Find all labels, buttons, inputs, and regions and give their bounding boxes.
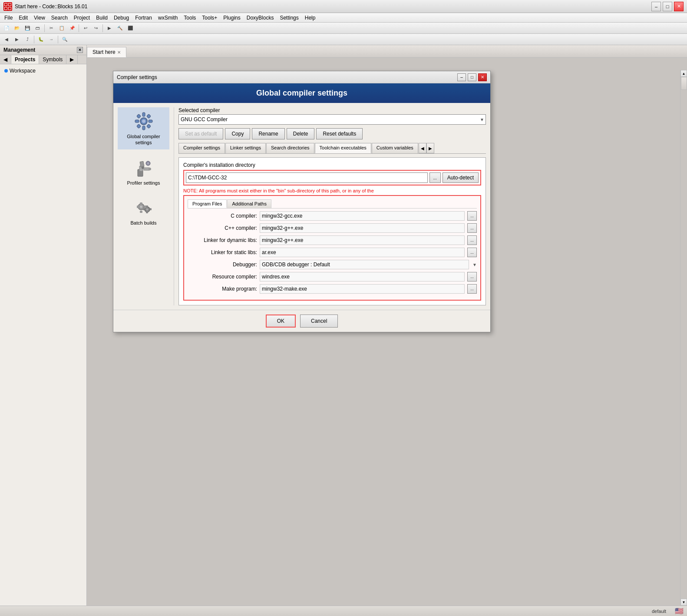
vertical-scrollbar[interactable]: ▲ ▼ (680, 70, 687, 606)
tb-stop[interactable]: ⬛ (126, 24, 135, 33)
scroll-thumb[interactable] (681, 77, 687, 90)
menu-fortran[interactable]: Fortran (132, 14, 155, 22)
linker-dynamic-browse-btn[interactable]: ... (467, 235, 477, 245)
svg-point-24 (149, 168, 151, 170)
tb2-forward[interactable]: ▶ (12, 35, 22, 44)
menu-doxyblocks[interactable]: DoxyBlocks (244, 14, 277, 22)
compiler-dropdown-wrapper: GNU GCC Compiler ▼ (178, 114, 486, 125)
menu-project[interactable]: Project (71, 14, 92, 22)
tab-search-directories[interactable]: Search directories (266, 143, 314, 153)
tb-open[interactable]: 📂 (12, 24, 22, 33)
program-subtabs: Program Files Additional Paths (188, 199, 477, 209)
maximize-button[interactable]: □ (663, 2, 672, 11)
dialog-maximize-btn[interactable]: □ (468, 73, 476, 81)
dialog-close-btn[interactable]: ✕ (478, 73, 487, 81)
installation-dir-input[interactable] (186, 172, 428, 183)
sidebar-close-button[interactable]: ✕ (77, 47, 83, 53)
menu-help[interactable]: Help (302, 14, 318, 22)
tb-copy[interactable]: 📋 (57, 24, 66, 33)
svg-rect-15 (136, 114, 141, 119)
tab-nav-right[interactable]: ▶ (426, 143, 434, 153)
tab-custom-variables[interactable]: Custom variables (372, 143, 418, 153)
tb2-debug[interactable]: 🐛 (36, 35, 46, 44)
resource-compiler-browse-btn[interactable]: ... (467, 272, 477, 282)
autodetect-button[interactable]: Auto-detect (443, 172, 479, 183)
programs-section: Program Files Additional Paths C compile… (183, 195, 481, 301)
close-button[interactable]: ✕ (674, 2, 684, 11)
menu-build[interactable]: Build (93, 14, 110, 22)
svg-point-28 (140, 205, 142, 208)
menu-plugins[interactable]: Plugins (221, 14, 243, 22)
tab-linker-settings[interactable]: Linker settings (225, 143, 266, 153)
menu-wxsmith[interactable]: wxSmith (155, 14, 180, 22)
workspace-item[interactable]: Workspace (3, 67, 84, 75)
ok-button[interactable]: OK (266, 315, 296, 328)
menu-file[interactable]: File (2, 14, 15, 22)
delete-button[interactable]: Delete (287, 128, 315, 139)
program-row-cpp-compiler: C++ compiler: mingw32-g++.exe ... (188, 223, 477, 233)
tb-new[interactable]: 📄 (2, 24, 11, 33)
minimize-button[interactable]: – (651, 2, 661, 11)
rename-button[interactable]: Rename (252, 128, 284, 139)
tb2-jump[interactable]: ⤴ (23, 35, 32, 44)
workspace-dot (4, 69, 8, 73)
tb-run[interactable]: ▶ (105, 24, 114, 33)
make-browse-btn[interactable]: ... (467, 284, 477, 294)
menu-tools[interactable]: Tools (181, 14, 198, 22)
svg-rect-5 (5, 3, 7, 6)
sidebar-back-btn[interactable]: ◀ (0, 55, 11, 64)
svg-rect-35 (146, 205, 148, 207)
app-icon (3, 2, 12, 11)
tb-saveall[interactable]: 🗃 (33, 24, 43, 33)
tab-close-btn[interactable]: ✕ (117, 50, 121, 55)
prog-tab-program-files[interactable]: Program Files (188, 199, 227, 208)
prog-tab-additional-paths[interactable]: Additional Paths (227, 199, 271, 208)
tb-undo[interactable]: ↩ (81, 24, 90, 33)
tb2-back[interactable]: ◀ (2, 35, 11, 44)
scroll-track (680, 77, 687, 599)
sidebar-forward-btn[interactable]: ▶ (66, 55, 78, 64)
reset-defaults-button[interactable]: Reset defaults (316, 128, 363, 139)
sidebar-tab-projects[interactable]: Projects (11, 55, 39, 64)
tb-cut[interactable]: ✂ (46, 24, 56, 33)
tb-build[interactable]: 🔨 (115, 24, 125, 33)
sidebar-header: Management ✕ (0, 45, 86, 55)
icon-item-batch-builds[interactable]: Batch builds (118, 194, 169, 229)
copy-button[interactable]: Copy (225, 128, 250, 139)
cancel-button[interactable]: Cancel (300, 315, 338, 328)
tb-save[interactable]: 💾 (23, 24, 32, 33)
compiler-dropdown[interactable]: GNU GCC Compiler (178, 114, 486, 125)
browse-button[interactable]: ... (429, 172, 441, 183)
tb-paste[interactable]: 📌 (67, 24, 77, 33)
menu-toolsplus[interactable]: Tools+ (199, 14, 220, 22)
icon-item-profiler[interactable]: Profiler settings (118, 154, 169, 189)
linker-static-browse-btn[interactable]: ... (467, 248, 477, 257)
linker-dynamic-label: Linker for dynamic libs: (188, 237, 257, 243)
svg-rect-18 (146, 124, 151, 129)
icon-item-global-compiler[interactable]: Global compiler settings (118, 107, 169, 149)
sidebar-tab-symbols[interactable]: Symbols (39, 55, 66, 64)
tb2-search[interactable]: 🔍 (60, 35, 69, 44)
debugger-select[interactable]: GDB/CDB debugger : Default (260, 260, 469, 269)
menu-debug[interactable]: Debug (111, 14, 132, 22)
resource-compiler-label: Resource compiler: (188, 274, 257, 280)
c-compiler-browse-btn[interactable]: ... (467, 211, 477, 221)
set-as-default-button[interactable]: Set as default (178, 128, 223, 139)
tb-redo[interactable]: ↪ (91, 24, 101, 33)
menu-view[interactable]: View (31, 14, 48, 22)
svg-point-10 (142, 119, 145, 123)
scroll-up-btn[interactable]: ▲ (680, 70, 687, 77)
tb2-step[interactable]: → (46, 35, 56, 44)
tab-toolchain-executables[interactable]: Toolchain executables (315, 143, 371, 153)
note-text: NOTE: All programs must exist either in … (183, 188, 481, 193)
menu-search[interactable]: Search (49, 14, 70, 22)
locale-icon: 🇺🇸 (675, 607, 684, 615)
tab-compiler-settings[interactable]: Compiler settings (178, 143, 225, 153)
menu-edit[interactable]: Edit (16, 14, 30, 22)
tab-nav-left[interactable]: ◀ (419, 143, 426, 153)
dialog-minimize-btn[interactable]: – (457, 73, 466, 81)
tab-start-here[interactable]: Start here ✕ (87, 47, 126, 57)
cpp-compiler-browse-btn[interactable]: ... (467, 223, 477, 233)
scroll-down-btn[interactable]: ▼ (680, 599, 687, 606)
menu-settings[interactable]: Settings (277, 14, 301, 22)
